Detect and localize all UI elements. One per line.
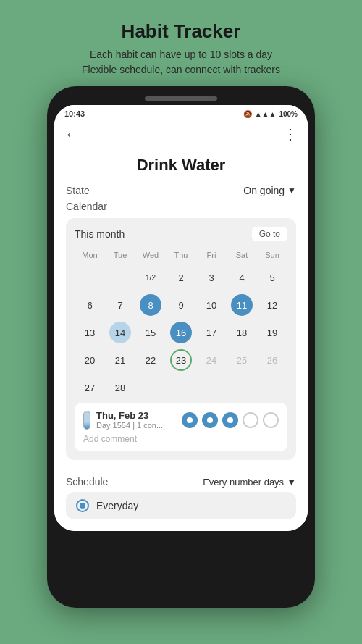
calendar-week-3: 13 14 15 16 17 18 19 <box>75 319 287 346</box>
calendar-week-4: 20 21 22 23 24 25 26 <box>75 346 287 374</box>
cal-cell[interactable]: 3 <box>196 264 227 291</box>
everyday-row: Everyday <box>76 499 286 512</box>
cal-cell[interactable]: 16 <box>166 319 196 346</box>
mute-icon: 🔕 <box>243 110 252 118</box>
radio-inner <box>80 503 85 509</box>
cal-cell[interactable]: 9 <box>166 291 196 319</box>
calendar-day-headers: Mon Tue Wed Thu Fri Sat Sun <box>75 248 287 264</box>
state-value-text: On going <box>243 185 285 196</box>
day-header-mon: Mon <box>75 248 105 264</box>
cal-cell[interactable]: 24 <box>196 346 227 374</box>
app-title: Habit Tracker <box>82 20 280 43</box>
cal-cell[interactable] <box>75 264 105 291</box>
schedule-arrow-icon: ▼ <box>287 477 296 488</box>
slot-1[interactable] <box>182 412 198 428</box>
schedule-label: Schedule <box>66 476 108 488</box>
cal-cell[interactable]: 18 <box>227 319 257 346</box>
slot-inner <box>207 417 213 423</box>
calendar-card: This month Go to Mon Tue Wed Thu Fri Sat… <box>66 218 296 460</box>
day-info-sub: Day 1554 | 1 con... <box>96 421 163 430</box>
calendar-grid: Mon Tue Wed Thu Fri Sat Sun 1/2 <box>75 248 287 401</box>
phone-screen: 10:43 🔕 ▲▲▲ 100% ← ⋮ Drink Water State <box>54 105 308 531</box>
slot-3[interactable] <box>222 412 238 428</box>
day-header-wed: Wed <box>135 248 166 264</box>
state-arrow-icon: ▼ <box>287 185 296 196</box>
more-button[interactable]: ⋮ <box>283 125 298 143</box>
cal-cell[interactable]: 6 <box>75 291 105 319</box>
cal-cell <box>135 374 166 401</box>
cal-cell[interactable]: 19 <box>257 319 287 346</box>
screen-content: Drink Water State On going ▼ Calendar Th… <box>54 150 308 531</box>
cal-cell[interactable]: 10 <box>196 291 227 319</box>
schedule-dropdown[interactable]: Every number days ▼ <box>203 477 296 488</box>
cal-cell[interactable]: 25 <box>227 346 257 374</box>
cal-cell[interactable]: 15 <box>135 319 166 346</box>
app-subtitle: Each habit can have up to 10 slots a day… <box>82 47 280 78</box>
cal-cell[interactable]: 27 <box>75 374 105 401</box>
cal-cell[interactable]: 13 <box>75 319 105 346</box>
cal-cell <box>166 374 196 401</box>
cal-cell[interactable]: 23 <box>166 346 196 374</box>
cal-cell[interactable]: 8 <box>135 291 166 319</box>
cal-cell[interactable] <box>105 264 135 291</box>
page-wrapper: Habit Tracker Each habit can have up to … <box>0 7 362 644</box>
cal-cell[interactable]: 12 <box>257 291 287 319</box>
everyday-label: Everyday <box>96 500 138 511</box>
phone-frame: 10:43 🔕 ▲▲▲ 100% ← ⋮ Drink Water State <box>47 86 315 608</box>
state-row: State On going ▼ <box>66 185 296 196</box>
cal-cell[interactable]: 22 <box>135 346 166 374</box>
schedule-value-text: Every number days <box>203 477 284 488</box>
day-header-fri: Fri <box>196 248 227 264</box>
cal-cell[interactable]: 21 <box>105 346 135 374</box>
cal-cell[interactable]: 20 <box>75 346 105 374</box>
state-dropdown[interactable]: On going ▼ <box>243 185 296 196</box>
cal-cell[interactable]: 1/2 <box>135 264 166 291</box>
cal-cell[interactable]: 11 <box>227 291 257 319</box>
cal-cell[interactable]: 7 <box>105 291 135 319</box>
slot-2[interactable] <box>202 412 218 428</box>
cal-cell <box>257 374 287 401</box>
state-label: State <box>66 185 90 196</box>
goto-button[interactable]: Go to <box>252 227 287 241</box>
back-button[interactable]: ← <box>64 126 79 143</box>
slot-inner <box>227 417 233 423</box>
app-header: Habit Tracker Each habit can have up to … <box>67 7 295 86</box>
day-info-date: Thu, Feb 23 <box>96 410 163 421</box>
day-header-sat: Sat <box>227 248 257 264</box>
calendar-label: Calendar <box>66 201 296 212</box>
calendar-week-2: 6 7 8 9 10 11 12 <box>75 291 287 319</box>
status-time: 10:43 <box>64 109 85 118</box>
cal-cell[interactable]: 5 <box>257 264 287 291</box>
calendar-week-1: 1/2 2 3 4 5 <box>75 264 287 291</box>
slot-4[interactable] <box>243 412 258 428</box>
day-info-date-col: Thu, Feb 23 Day 1554 | 1 con... <box>83 410 163 430</box>
day-info-top: Thu, Feb 23 Day 1554 | 1 con... <box>83 410 279 430</box>
signal-icon: ▲▲▲ <box>255 110 277 118</box>
cal-cell[interactable]: 2 <box>166 264 196 291</box>
top-bar: ← ⋮ <box>54 121 308 150</box>
thermometer-icon <box>83 411 90 430</box>
status-bar: 10:43 🔕 ▲▲▲ 100% <box>54 105 308 121</box>
cal-cell <box>196 374 227 401</box>
cal-cell[interactable]: 28 <box>105 374 135 401</box>
day-info-bar: Thu, Feb 23 Day 1554 | 1 con... <box>75 403 287 451</box>
everyday-radio[interactable] <box>76 499 89 512</box>
cal-cell <box>227 374 257 401</box>
cal-cell[interactable]: 17 <box>196 319 227 346</box>
slot-5[interactable] <box>263 412 279 428</box>
status-icons: 🔕 ▲▲▲ 100% <box>243 110 298 118</box>
calendar-week-5: 27 28 <box>75 374 287 401</box>
add-comment[interactable]: Add comment <box>83 434 279 444</box>
day-header-tue: Tue <box>105 248 135 264</box>
cal-cell[interactable]: 4 <box>227 264 257 291</box>
cal-cell[interactable]: 26 <box>257 346 287 374</box>
cal-cell[interactable]: 14 <box>105 319 135 346</box>
everyday-card: Everyday <box>66 492 296 519</box>
battery-text: 100% <box>279 110 298 118</box>
calendar-header: This month Go to <box>75 227 287 241</box>
day-info-text: Thu, Feb 23 Day 1554 | 1 con... <box>96 410 163 430</box>
slots-row <box>182 412 279 428</box>
habit-title: Drink Water <box>66 150 296 185</box>
day-header-thu: Thu <box>166 248 196 264</box>
day-header-sun: Sun <box>257 248 287 264</box>
